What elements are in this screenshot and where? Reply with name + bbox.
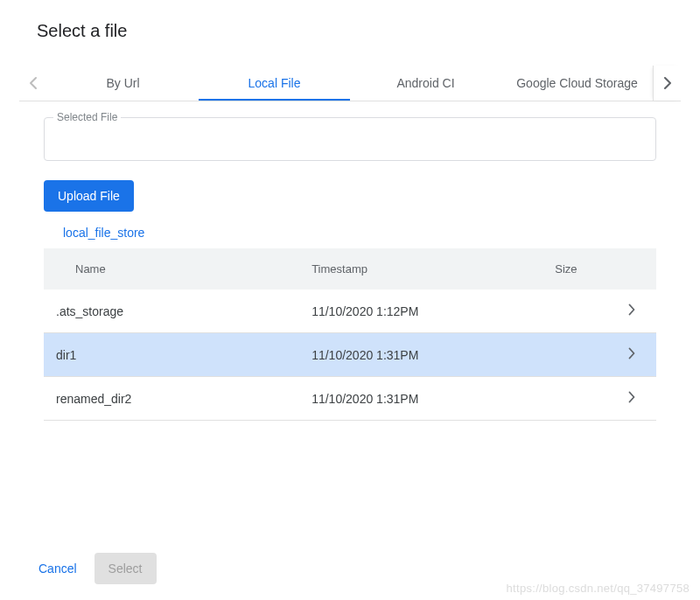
chevron-right-icon xyxy=(628,303,635,316)
chevron-right-icon xyxy=(628,391,635,403)
column-name[interactable]: Name xyxy=(44,248,299,290)
watermark: https://blog.csdn.net/qq_37497758 xyxy=(507,582,690,595)
tabs-scroll-left[interactable] xyxy=(19,66,47,101)
cell-name: renamed_dir2 xyxy=(44,377,299,421)
cell-timestamp: 11/10/2020 1:12PM xyxy=(299,290,542,333)
cell-name: dir1 xyxy=(44,333,299,377)
select-button: Select xyxy=(94,553,157,584)
cancel-button[interactable]: Cancel xyxy=(38,562,77,576)
column-size[interactable]: Size xyxy=(542,248,616,290)
upload-file-button[interactable]: Upload File xyxy=(44,180,134,212)
tabs-container: By Url Local File Android CI Google Clou… xyxy=(19,66,681,101)
chevron-right-icon xyxy=(628,347,635,359)
cell-size xyxy=(542,377,616,421)
column-timestamp[interactable]: Timestamp xyxy=(299,248,542,290)
table-row[interactable]: renamed_dir2 11/10/2020 1:31PM xyxy=(44,377,656,421)
tab-content: Selected File Upload File local_file_sto… xyxy=(19,101,681,421)
cell-timestamp: 11/10/2020 1:31PM xyxy=(299,377,542,421)
breadcrumb[interactable]: local_file_store xyxy=(44,222,656,248)
dialog-footer: Cancel Select xyxy=(0,553,700,584)
chevron-left-icon xyxy=(29,76,38,90)
file-table: Name Timestamp Size .ats_storage 11/10/2… xyxy=(44,248,656,421)
chevron-right-icon xyxy=(663,76,672,90)
cell-name: .ats_storage xyxy=(44,290,299,333)
select-file-dialog: Select a file By Url Local File Android … xyxy=(0,0,700,421)
cell-size xyxy=(542,290,616,333)
cell-size xyxy=(542,333,616,377)
tab-by-url[interactable]: By Url xyxy=(47,66,199,101)
selected-file-label: Selected File xyxy=(53,111,121,123)
tab-android-ci[interactable]: Android CI xyxy=(350,66,501,101)
tabs-scroll-right[interactable] xyxy=(653,66,681,101)
tab-google-cloud-storage[interactable]: Google Cloud Storage xyxy=(501,66,653,101)
table-row[interactable]: .ats_storage 11/10/2020 1:12PM xyxy=(44,290,656,333)
selected-file-field[interactable]: Selected File xyxy=(44,117,656,161)
dialog-title: Select a file xyxy=(19,21,681,41)
column-navigate xyxy=(616,248,656,290)
table-header-row: Name Timestamp Size xyxy=(44,248,656,290)
tab-local-file[interactable]: Local File xyxy=(199,66,350,101)
cell-timestamp: 11/10/2020 1:31PM xyxy=(299,333,542,377)
tabs: By Url Local File Android CI Google Clou… xyxy=(47,66,653,101)
table-row[interactable]: dir1 11/10/2020 1:31PM xyxy=(44,333,656,377)
